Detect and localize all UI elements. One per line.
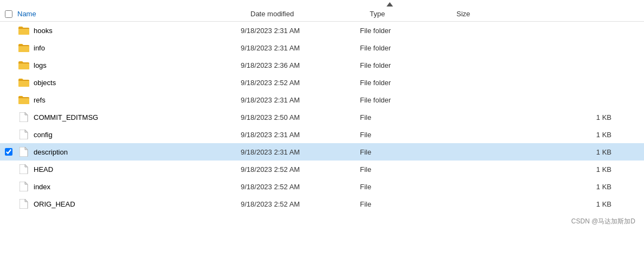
header-date[interactable]: Date modified [250, 10, 370, 18]
select-all-checkbox[interactable] [5, 10, 12, 18]
row-type: File [360, 131, 447, 139]
row-size: 1 KB [447, 200, 644, 208]
file-icon-svg [20, 199, 28, 209]
row-date: 9/18/2023 2:31 AM [241, 96, 360, 104]
file-explorer: Name Date modified Type Size hooks9/18/2… [0, 0, 644, 276]
file-list: hooks9/18/2023 2:31 AMFile folder info9/… [0, 22, 644, 213]
file-icon-svg [20, 164, 28, 174]
folder-icon [17, 26, 30, 35]
file-icon [17, 199, 30, 209]
folder-icon-svg [18, 43, 29, 52]
header-checkbox-cell [0, 10, 17, 18]
table-row[interactable]: objects9/18/2023 2:52 AMFile folder [0, 74, 644, 91]
row-date: 9/18/2023 2:31 AM [241, 148, 360, 156]
folder-icon [17, 61, 30, 69]
row-type: File [360, 200, 447, 208]
folder-icon-svg [18, 26, 29, 35]
row-name: HEAD [34, 165, 241, 174]
folder-icon [17, 78, 30, 87]
file-icon [17, 112, 30, 122]
row-type: File folder [360, 79, 447, 87]
row-checkbox[interactable] [5, 148, 12, 156]
svg-rect-3 [18, 63, 29, 69]
sort-indicator [0, 0, 644, 7]
folder-icon [17, 95, 30, 104]
folder-icon-svg [18, 61, 29, 69]
file-icon [17, 130, 30, 139]
row-type: File folder [360, 27, 447, 35]
file-icon [17, 182, 30, 191]
row-type: File folder [360, 96, 447, 104]
svg-marker-0 [387, 2, 393, 7]
header-size[interactable]: Size [456, 10, 644, 18]
file-icon-svg [20, 147, 28, 157]
row-size: 1 KB [447, 148, 644, 156]
table-row[interactable]: hooks9/18/2023 2:31 AMFile folder [0, 22, 644, 39]
svg-rect-4 [18, 80, 29, 87]
table-header: Name Date modified Type Size [0, 7, 644, 22]
row-size: 1 KB [447, 165, 644, 174]
header-name-label: Name [17, 10, 36, 18]
row-name: description [34, 148, 241, 156]
row-date: 9/18/2023 2:52 AM [241, 165, 360, 174]
row-date: 9/18/2023 2:50 AM [241, 113, 360, 121]
svg-rect-2 [18, 46, 29, 52]
row-date: 9/18/2023 2:52 AM [241, 183, 360, 191]
row-name: logs [34, 61, 241, 69]
file-icon [17, 147, 30, 157]
table-row[interactable]: COMMIT_EDITMSG9/18/2023 2:50 AMFile1 KB [0, 108, 644, 126]
row-date: 9/18/2023 2:52 AM [241, 200, 360, 208]
row-date: 9/18/2023 2:31 AM [241, 27, 360, 35]
header-date-label: Date modified [250, 10, 294, 18]
folder-icon [17, 43, 30, 52]
table-row[interactable]: description9/18/2023 2:31 AMFile1 KB [0, 143, 644, 161]
watermark-text: CSDN @马达加斯加D [571, 217, 635, 225]
table-row[interactable]: index9/18/2023 2:52 AMFile1 KB [0, 178, 644, 195]
watermark: CSDN @马达加斯加D [0, 213, 644, 230]
row-type: File [360, 148, 447, 156]
row-name: hooks [34, 27, 241, 35]
row-type: File [360, 183, 447, 191]
row-name: info [34, 44, 241, 52]
header-type-label: Type [370, 10, 385, 18]
row-type: File folder [360, 44, 447, 52]
folder-icon-svg [18, 78, 29, 87]
row-name: COMMIT_EDITMSG [34, 113, 241, 121]
row-date: 9/18/2023 2:31 AM [241, 44, 360, 52]
file-icon-svg [20, 112, 28, 122]
table-row[interactable]: HEAD9/18/2023 2:52 AMFile1 KB [0, 161, 644, 178]
row-size: 1 KB [447, 183, 644, 191]
row-name: objects [34, 79, 241, 87]
header-name[interactable]: Name [17, 10, 250, 18]
row-name: config [34, 131, 241, 139]
file-icon [17, 164, 30, 174]
row-name: refs [34, 96, 241, 104]
row-name: index [34, 183, 241, 191]
file-icon-svg [20, 182, 28, 191]
row-size: 1 KB [447, 113, 644, 121]
row-type: File [360, 113, 447, 121]
header-type[interactable]: Type [370, 10, 456, 18]
svg-rect-5 [18, 98, 29, 104]
table-row[interactable]: logs9/18/2023 2:36 AMFile folder [0, 56, 644, 74]
file-icon-svg [20, 130, 28, 139]
header-size-label: Size [456, 10, 470, 18]
row-name: ORIG_HEAD [34, 200, 241, 208]
sort-up-icon [387, 2, 393, 7]
row-date: 9/18/2023 2:52 AM [241, 79, 360, 87]
table-row[interactable]: refs9/18/2023 2:31 AMFile folder [0, 91, 644, 108]
table-row[interactable]: config9/18/2023 2:31 AMFile1 KB [0, 126, 644, 143]
row-type: File [360, 165, 447, 174]
row-date: 9/18/2023 2:31 AM [241, 131, 360, 139]
table-row[interactable]: ORIG_HEAD9/18/2023 2:52 AMFile1 KB [0, 195, 644, 213]
row-size: 1 KB [447, 131, 644, 139]
row-checkbox-area [0, 148, 17, 156]
folder-icon-svg [18, 95, 29, 104]
row-date: 9/18/2023 2:36 AM [241, 61, 360, 69]
svg-rect-1 [18, 28, 29, 35]
table-row[interactable]: info9/18/2023 2:31 AMFile folder [0, 39, 644, 56]
row-type: File folder [360, 61, 447, 69]
